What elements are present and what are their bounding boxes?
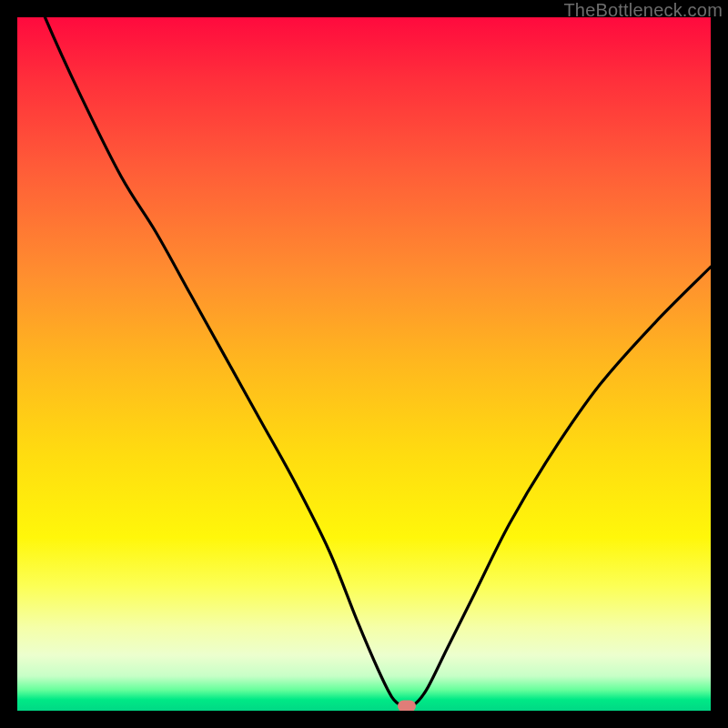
optimum-marker: [398, 700, 416, 711]
chart-stage: TheBottleneck.com: [0, 0, 728, 728]
bottleneck-curve: [17, 17, 711, 711]
plot-area: [17, 17, 711, 711]
watermark-text: TheBottleneck.com: [563, 0, 723, 21]
